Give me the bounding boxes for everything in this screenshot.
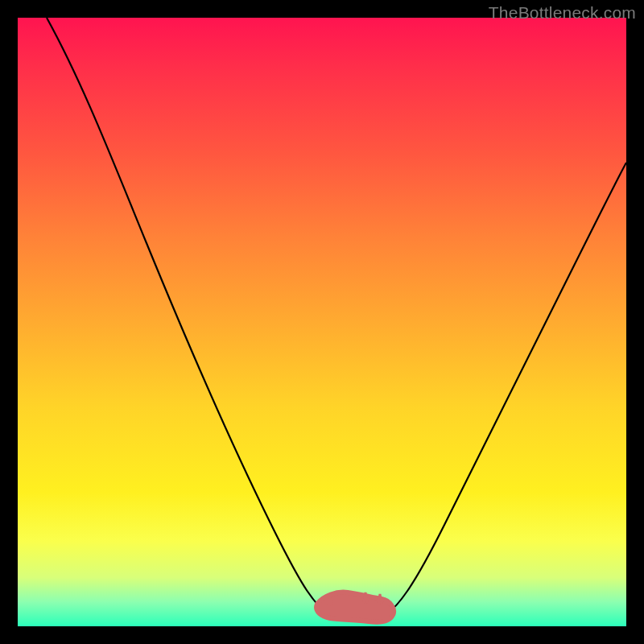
watermark-text: TheBottleneck.com	[489, 3, 636, 23]
optimal-band	[316, 592, 394, 622]
chart-svg	[18, 18, 626, 626]
bottleneck-curve	[47, 18, 626, 621]
chart-area	[18, 18, 626, 626]
